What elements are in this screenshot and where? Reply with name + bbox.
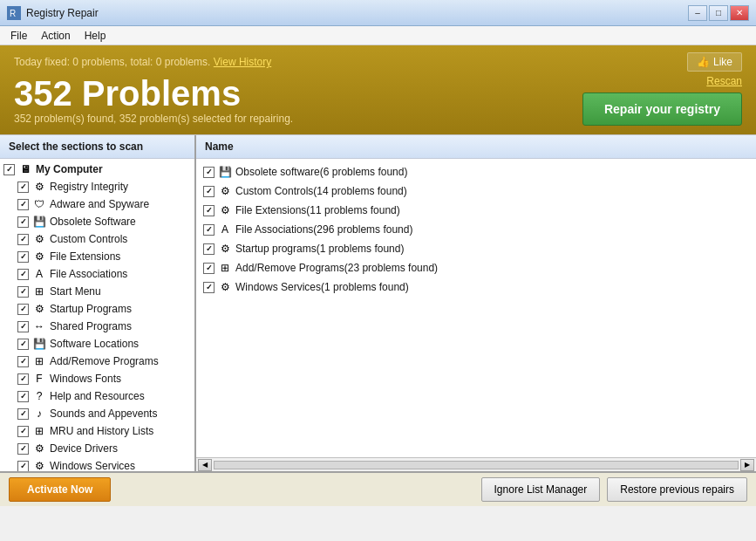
right-item-startup-programs[interactable]: ⚙Startup programs(1 problems found) — [196, 239, 756, 258]
label-sounds-appevents: Sounds and Appevents — [50, 407, 157, 420]
checkbox-help-resources[interactable] — [17, 391, 29, 402]
repair-button[interactable]: Repair your registry — [582, 92, 742, 126]
icon-software-locations: 💾 — [32, 337, 46, 351]
right-item-obsolete-software[interactable]: 💾Obsolete software(6 problems found) — [196, 162, 756, 181]
menu-action[interactable]: Action — [34, 28, 77, 44]
checkbox-windows-fonts[interactable] — [17, 373, 29, 385]
icon-my-computer: 🖥 — [18, 162, 32, 176]
right-checkbox-add-remove-programs[interactable] — [203, 263, 215, 274]
tree-item-add-remove[interactable]: ⊞Add/Remove Programs — [0, 353, 194, 370]
icon-registry-integrity: ⚙ — [32, 180, 46, 194]
right-label-add-remove-programs: Add/Remove Programs(23 problems found) — [235, 262, 438, 274]
tree-item-sounds-appevents[interactable]: ♪Sounds and Appevents — [0, 405, 194, 422]
tree-item-adware-spyware[interactable]: 🛡Adware and Spyware — [0, 195, 194, 213]
like-label: Like — [713, 56, 732, 68]
checkbox-start-menu[interactable] — [17, 286, 29, 298]
ignore-list-button[interactable]: Ignore List Manager — [481, 477, 601, 502]
label-custom-controls: Custom Controls — [50, 233, 127, 245]
tree-item-startup-programs[interactable]: ⚙Startup Programs — [0, 300, 194, 318]
horizontal-scrollbar[interactable]: ◀ ▶ — [196, 457, 756, 471]
rescan-link[interactable]: Rescan — [706, 75, 742, 87]
left-panel: Select the sections to scan 🖥My Computer… — [0, 135, 196, 471]
tree-item-obsolete-software[interactable]: 💾Obsolete Software — [0, 213, 194, 230]
checkbox-add-remove[interactable] — [17, 356, 29, 367]
icon-obsolete-software: 💾 — [32, 215, 46, 229]
tree-item-start-menu[interactable]: ⊞Start Menu — [0, 283, 194, 300]
checkbox-custom-controls[interactable] — [17, 234, 29, 245]
like-button[interactable]: 👍 Like — [687, 52, 742, 72]
checkbox-startup-programs[interactable] — [17, 304, 29, 315]
label-my-computer: My Computer — [36, 163, 103, 175]
scroll-right-button[interactable]: ▶ — [740, 459, 754, 471]
icon-shared-programs: ↔ — [32, 319, 46, 333]
right-label-windows-services: Windows Services(1 problems found) — [235, 281, 409, 293]
icon-windows-services: ⚙ — [32, 459, 46, 471]
close-button[interactable]: ✕ — [730, 5, 749, 21]
icon-mru-history: ⊞ — [32, 424, 46, 438]
tree-item-shared-programs[interactable]: ↔Shared Programs — [0, 318, 194, 335]
right-checkbox-custom-controls[interactable] — [203, 186, 215, 197]
tree-item-file-associations[interactable]: AFile Associations — [0, 265, 194, 283]
label-windows-fonts: Windows Fonts — [50, 373, 121, 385]
right-checkbox-file-associations[interactable] — [203, 224, 215, 236]
checkbox-file-associations[interactable] — [17, 269, 29, 280]
label-software-locations: Software Locations — [50, 338, 139, 350]
checkbox-mru-history[interactable] — [17, 426, 29, 437]
footer-right: Ignore List Manager Restore previous rep… — [481, 477, 747, 502]
tree-item-software-locations[interactable]: 💾Software Locations — [0, 335, 194, 353]
footer: Activate Now Ignore List Manager Restore… — [0, 471, 756, 506]
right-item-file-associations[interactable]: AFile Associations(296 problems found) — [196, 220, 756, 239]
icon-custom-controls: ⚙ — [32, 232, 46, 246]
checkbox-obsolete-software[interactable] — [17, 216, 29, 228]
scroll-track[interactable] — [214, 461, 739, 469]
right-icon-file-extensions: ⚙ — [218, 203, 232, 217]
maximize-button[interactable]: □ — [709, 5, 728, 21]
checkbox-registry-integrity[interactable] — [17, 181, 29, 193]
tree-item-file-extensions[interactable]: ⚙File Extensions — [0, 248, 194, 265]
minimize-button[interactable]: – — [688, 5, 707, 21]
checkbox-software-locations[interactable] — [17, 339, 29, 350]
label-adware-spyware: Adware and Spyware — [50, 198, 149, 210]
tree-item-windows-fonts[interactable]: FWindows Fonts — [0, 370, 194, 387]
icon-sounds-appevents: ♪ — [32, 407, 46, 421]
checkbox-my-computer[interactable] — [3, 164, 15, 175]
checkbox-file-extensions[interactable] — [17, 251, 29, 263]
right-item-windows-services[interactable]: ⚙Windows Services(1 problems found) — [196, 277, 756, 297]
tree-item-custom-controls[interactable]: ⚙Custom Controls — [0, 230, 194, 248]
tree-item-windows-services[interactable]: ⚙Windows Services — [0, 457, 194, 471]
restore-repairs-button[interactable]: Restore previous repairs — [607, 477, 747, 502]
right-checkbox-file-extensions[interactable] — [203, 205, 215, 216]
menu-file[interactable]: File — [3, 28, 34, 44]
right-icon-add-remove-programs: ⊞ — [218, 261, 232, 275]
checkbox-device-drivers[interactable] — [17, 443, 29, 455]
label-help-resources: Help and Resources — [50, 390, 145, 402]
right-label-startup-programs: Startup programs(1 problems found) — [235, 243, 404, 255]
view-history-link[interactable]: View History — [214, 56, 271, 68]
icon-help-resources: ? — [32, 389, 46, 403]
checkbox-shared-programs[interactable] — [17, 321, 29, 332]
problems-sub: 352 problem(s) found, 352 problem(s) sel… — [14, 113, 293, 125]
right-checkbox-windows-services[interactable] — [203, 282, 215, 293]
right-icon-obsolete-software: 💾 — [218, 165, 232, 179]
thumbs-up-icon: 👍 — [697, 56, 710, 68]
right-label-file-associations: File Associations(296 problems found) — [235, 223, 412, 236]
checkbox-windows-services[interactable] — [17, 461, 29, 472]
right-item-custom-controls[interactable]: ⚙Custom Controls(14 problems found) — [196, 181, 756, 201]
tree-item-help-resources[interactable]: ?Help and Resources — [0, 387, 194, 405]
checkbox-sounds-appevents[interactable] — [17, 408, 29, 420]
right-checkbox-startup-programs[interactable] — [203, 243, 215, 255]
tree-item-registry-integrity[interactable]: ⚙Registry Integrity — [0, 178, 194, 195]
activate-button[interactable]: Activate Now — [9, 477, 111, 502]
icon-file-associations: A — [32, 267, 46, 281]
menu-help[interactable]: Help — [78, 28, 113, 44]
label-windows-services: Windows Services — [50, 460, 135, 471]
tree-item-my-computer[interactable]: 🖥My Computer — [0, 161, 194, 178]
scroll-left-button[interactable]: ◀ — [198, 459, 212, 471]
right-checkbox-obsolete-software[interactable] — [203, 167, 215, 178]
right-item-add-remove-programs[interactable]: ⊞Add/Remove Programs(23 problems found) — [196, 258, 756, 277]
right-item-file-extensions[interactable]: ⚙File Extensions(11 problems found) — [196, 201, 756, 220]
icon-adware-spyware: 🛡 — [32, 197, 46, 211]
tree-item-device-drivers[interactable]: ⚙Device Drivers — [0, 440, 194, 457]
checkbox-adware-spyware[interactable] — [17, 199, 29, 210]
tree-item-mru-history[interactable]: ⊞MRU and History Lists — [0, 422, 194, 440]
